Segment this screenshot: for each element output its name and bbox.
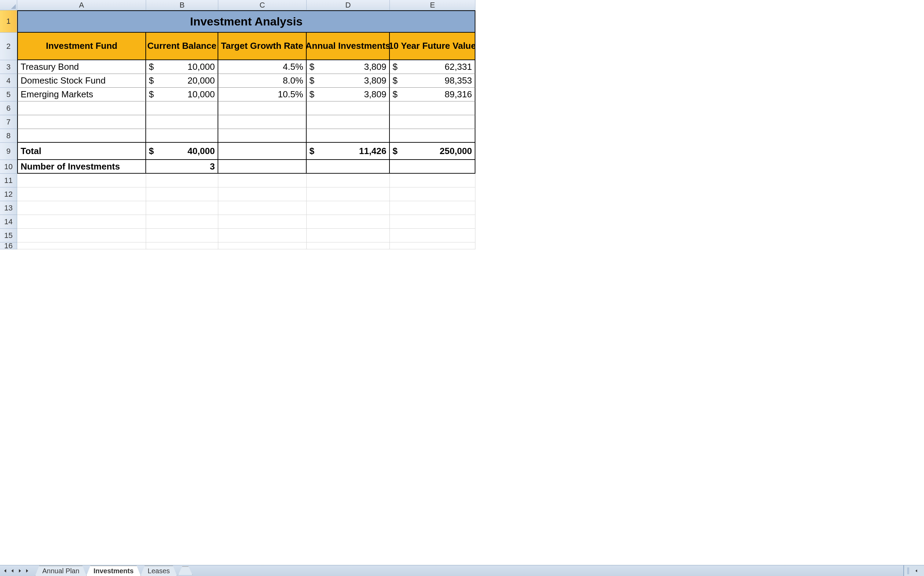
sheet-tab-annual-plan[interactable]: Annual Plan <box>35 566 87 576</box>
empty-cell[interactable] <box>17 101 146 115</box>
empty-cell[interactable] <box>218 101 306 115</box>
sheet-tab-investments[interactable]: Investments <box>86 566 141 576</box>
empty-cell[interactable] <box>146 215 218 229</box>
tab-next-button[interactable] <box>16 567 23 574</box>
scroll-divider[interactable] <box>904 567 912 575</box>
empty-cell[interactable] <box>390 201 476 215</box>
empty-cell[interactable] <box>390 129 476 143</box>
empty-cell[interactable] <box>390 242 476 249</box>
row-header-11[interactable]: 11 <box>0 174 17 187</box>
row-header-13[interactable]: 13 <box>0 201 17 215</box>
scroll-left-button[interactable] <box>912 567 921 575</box>
column-header-d[interactable]: D <box>306 0 390 10</box>
row-header-1[interactable]: 1 <box>0 10 17 33</box>
empty-cell[interactable] <box>218 174 306 187</box>
row-header-5[interactable]: 5 <box>0 88 17 101</box>
annual-cell[interactable]: $3,809 <box>306 60 390 74</box>
empty-cell[interactable] <box>390 229 476 242</box>
empty-cell[interactable] <box>146 115 218 129</box>
column-header-investment-fund[interactable]: Investment Fund <box>17 33 146 60</box>
row-header-6[interactable]: 6 <box>0 101 17 115</box>
empty-cell[interactable] <box>218 201 306 215</box>
rate-cell[interactable]: 8.0% <box>218 74 306 88</box>
empty-cell[interactable] <box>17 215 146 229</box>
empty-cell[interactable] <box>146 174 218 187</box>
grid-area[interactable]: ABCDE 12345678910111213141516 Investment… <box>0 0 924 565</box>
empty-cell[interactable] <box>390 115 476 129</box>
empty-cell[interactable] <box>390 215 476 229</box>
empty-cell[interactable] <box>218 160 306 174</box>
balance-cell[interactable]: $10,000 <box>146 88 218 101</box>
empty-cell[interactable] <box>17 187 146 201</box>
total-label[interactable]: Total <box>17 143 146 160</box>
empty-cell[interactable] <box>306 187 390 201</box>
sheet-title[interactable]: Investment Analysis <box>17 10 476 33</box>
tab-prev-button[interactable] <box>9 567 16 574</box>
fund-name[interactable]: Emerging Markets <box>17 88 146 101</box>
empty-cell[interactable] <box>306 215 390 229</box>
empty-cell[interactable] <box>218 129 306 143</box>
empty-cell[interactable] <box>306 174 390 187</box>
empty-cell[interactable] <box>146 229 218 242</box>
total-rate-empty[interactable] <box>218 143 306 160</box>
empty-cell[interactable] <box>218 229 306 242</box>
row-header-2[interactable]: 2 <box>0 33 17 60</box>
empty-cell[interactable] <box>390 174 476 187</box>
tab-first-button[interactable] <box>2 567 8 574</box>
new-sheet-button[interactable] <box>178 566 193 575</box>
empty-cell[interactable] <box>390 101 476 115</box>
empty-cell[interactable] <box>306 115 390 129</box>
empty-cell[interactable] <box>17 129 146 143</box>
empty-cell[interactable] <box>218 242 306 249</box>
row-header-10[interactable]: 10 <box>0 160 17 174</box>
column-header-b[interactable]: B <box>146 0 218 10</box>
total-future[interactable]: $250,000 <box>390 143 476 160</box>
empty-cell[interactable] <box>306 129 390 143</box>
empty-cell[interactable] <box>306 201 390 215</box>
empty-cell[interactable] <box>146 242 218 249</box>
select-all-corner[interactable] <box>0 0 17 10</box>
total-annual[interactable]: $11,426 <box>306 143 390 160</box>
row-header-7[interactable]: 7 <box>0 115 17 129</box>
empty-cell[interactable] <box>306 101 390 115</box>
balance-cell[interactable]: $20,000 <box>146 74 218 88</box>
future-cell[interactable]: $98,353 <box>390 74 476 88</box>
annual-cell[interactable]: $3,809 <box>306 74 390 88</box>
total-balance[interactable]: $40,000 <box>146 143 218 160</box>
empty-cell[interactable] <box>17 229 146 242</box>
column-header-a[interactable]: A <box>17 0 146 10</box>
empty-cell[interactable] <box>306 229 390 242</box>
empty-cell[interactable] <box>17 174 146 187</box>
num-investments-label[interactable]: Number of Investments <box>17 160 146 174</box>
column-header-c[interactable]: C <box>218 0 306 10</box>
future-cell[interactable]: $62,331 <box>390 60 476 74</box>
empty-cell[interactable] <box>306 160 390 174</box>
empty-cell[interactable] <box>146 201 218 215</box>
row-header-14[interactable]: 14 <box>0 215 17 229</box>
empty-cell[interactable] <box>17 115 146 129</box>
row-header-16[interactable]: 16 <box>0 242 17 249</box>
balance-cell[interactable]: $10,000 <box>146 60 218 74</box>
fund-name[interactable]: Treasury Bond <box>17 60 146 74</box>
row-header-15[interactable]: 15 <box>0 229 17 242</box>
empty-cell[interactable] <box>218 187 306 201</box>
empty-cell[interactable] <box>17 242 146 249</box>
row-header-8[interactable]: 8 <box>0 129 17 143</box>
fund-name[interactable]: Domestic Stock Fund <box>17 74 146 88</box>
row-header-12[interactable]: 12 <box>0 187 17 201</box>
future-cell[interactable]: $89,316 <box>390 88 476 101</box>
empty-cell[interactable] <box>146 187 218 201</box>
empty-cell[interactable] <box>218 115 306 129</box>
empty-cell[interactable] <box>17 201 146 215</box>
row-header-4[interactable]: 4 <box>0 74 17 88</box>
tab-last-button[interactable] <box>24 567 31 574</box>
annual-cell[interactable]: $3,809 <box>306 88 390 101</box>
column-header-current-balance[interactable]: Current Balance <box>146 33 218 60</box>
num-investments-value[interactable]: 3 <box>146 160 218 174</box>
column-header-e[interactable]: E <box>390 0 476 10</box>
column-header-10-year-future-value[interactable]: 10 Year Future Value <box>390 33 476 60</box>
column-header-annual-investments[interactable]: Annual Investments <box>306 33 390 60</box>
rate-cell[interactable]: 10.5% <box>218 88 306 101</box>
empty-cell[interactable] <box>146 129 218 143</box>
sheet-tab-leases[interactable]: Leases <box>140 566 177 576</box>
